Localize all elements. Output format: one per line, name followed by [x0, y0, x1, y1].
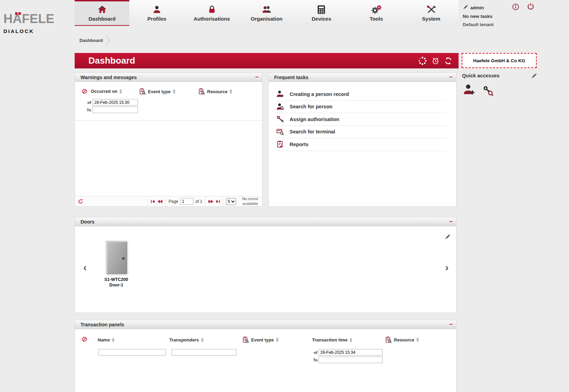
hafele-logo: HÄFELE DIALOCK: [3, 12, 76, 34]
alarm-clock-icon[interactable]: [431, 57, 440, 65]
task-create-person[interactable]: Creating a person record: [276, 88, 446, 101]
tab-label: Profiles: [148, 16, 167, 22]
clipboard-search-icon: [385, 336, 392, 343]
column-resource[interactable]: Resource: [198, 88, 232, 95]
task-label: Search for terminal: [290, 129, 335, 134]
tab-devices[interactable]: Devices: [294, 0, 349, 26]
sort-icon: [173, 89, 175, 94]
date-to-input[interactable]: [93, 107, 138, 113]
tasks-status[interactable]: No new tasks: [463, 14, 492, 19]
tab-label: System: [422, 16, 440, 22]
spinner-icon[interactable]: [418, 56, 427, 65]
column-event-type[interactable]: Event type: [139, 88, 175, 95]
calculator-icon: [317, 5, 325, 14]
next-page-icon[interactable]: [208, 199, 214, 204]
quick-access-title: Quick accesses: [462, 73, 500, 78]
tab-organisation[interactable]: Organisation: [239, 0, 294, 26]
reload-icon[interactable]: [78, 199, 83, 204]
gears-icon: [371, 5, 382, 14]
door-image: [106, 241, 127, 274]
tab-label: Organisation: [251, 16, 283, 22]
page-banner: Dashboard: [75, 53, 459, 68]
sort-icon: [112, 338, 115, 342]
tenant-selector[interactable]: Haefele GmbH & Co KG: [462, 53, 537, 68]
breadcrumb-item-dashboard[interactable]: Dashboard: [79, 38, 103, 43]
transactions-panel-body: Name Transponders Event type Transaction…: [75, 329, 456, 392]
door-name-line2: Door-1: [96, 283, 137, 288]
username: admin: [470, 5, 484, 10]
date-from-input[interactable]: [93, 99, 138, 106]
warnings-panel-header: Warnings and messages: [75, 73, 262, 82]
column-resource[interactable]: Resource: [385, 336, 419, 343]
column-name[interactable]: Name: [98, 337, 115, 342]
first-page-icon[interactable]: [151, 199, 155, 204]
edit-user-pencil-icon[interactable]: [463, 4, 468, 10]
clipboard-search-icon: [139, 88, 146, 95]
tab-authorisations[interactable]: Authorisations: [184, 0, 239, 26]
transaction-date-to-input[interactable]: [319, 357, 383, 363]
page-label: Page: [169, 199, 178, 204]
warnings-collapse-button[interactable]: [255, 74, 259, 80]
person-add-icon: [276, 90, 284, 98]
transactions-panel-title: Transaction panels: [80, 322, 124, 327]
column-label: Occurred on: [91, 89, 117, 94]
last-page-icon[interactable]: [216, 199, 220, 204]
column-event-type[interactable]: Event type: [242, 336, 279, 343]
transaction-date-from-input[interactable]: [319, 349, 383, 356]
tab-tools[interactable]: Tools: [349, 0, 404, 26]
transponders-filter-input[interactable]: [171, 349, 237, 356]
page-of-label: of 1: [195, 199, 202, 204]
quick-person-add-icon[interactable]: [463, 84, 475, 96]
doors-panel-header: Doors: [75, 217, 456, 226]
sort-icon: [201, 338, 204, 342]
power-icon[interactable]: [527, 3, 534, 10]
page-input[interactable]: [180, 198, 193, 205]
task-search-terminal[interactable]: Search for terminal: [276, 126, 446, 139]
name-filter-input[interactable]: [98, 349, 166, 356]
breadcrumb: Dashboard: [79, 36, 111, 45]
transactions-collapse-button[interactable]: [449, 322, 453, 327]
date-from-label: of: [314, 350, 318, 355]
transactions-panel: Transaction panels Name Transponders Eve…: [75, 320, 457, 392]
doors-panel-title: Doors: [80, 219, 94, 225]
doors-scroll-left[interactable]: [83, 262, 87, 273]
task-search-person[interactable]: Search for person: [276, 101, 446, 113]
dialock-wordmark: DIALOCK: [3, 28, 76, 34]
refresh-icon[interactable]: [444, 57, 452, 65]
quick-access-edit-pencil-icon[interactable]: [531, 73, 537, 79]
prev-page-icon[interactable]: [157, 199, 163, 204]
organisation-icon: [262, 5, 271, 14]
column-transponders[interactable]: Transponders: [169, 337, 204, 342]
sort-icon: [350, 338, 352, 342]
quick-key-search-icon[interactable]: [482, 85, 494, 96]
breadcrumb-chevron-icon: [106, 36, 111, 45]
lock-icon: [207, 5, 216, 14]
task-reports[interactable]: Reports: [276, 138, 446, 151]
doors-scroll-right[interactable]: [445, 262, 449, 273]
tab-system[interactable]: System: [404, 0, 459, 26]
page-size-select[interactable]: 5: [226, 198, 236, 205]
tab-dashboard[interactable]: Dashboard: [75, 0, 129, 26]
umlaut-dot-left: [15, 12, 18, 15]
task-label: Reports: [290, 142, 309, 147]
tab-profiles[interactable]: Profiles: [129, 0, 184, 26]
frequent-tasks-title: Frequent tasks: [274, 75, 309, 80]
column-transaction-time[interactable]: Transaction time: [312, 337, 352, 342]
frequent-tasks-collapse-button[interactable]: [449, 74, 453, 80]
tab-label: Dashboard: [89, 16, 116, 22]
doors-collapse-button[interactable]: [449, 219, 453, 225]
column-occurred-on[interactable]: Occurred on: [91, 89, 122, 94]
empty-result-text: No event available: [239, 197, 262, 206]
app-root: HÄFELE DIALOCK Dashboard Profiles Author…: [0, 0, 569, 392]
task-assign-authorisation[interactable]: Assign authorisation: [276, 113, 446, 126]
door-item[interactable]: S1-WTC200 Door-1: [96, 241, 137, 288]
tenant-label: Default tenant: [463, 22, 494, 27]
doors-edit-pencil-icon[interactable]: [444, 234, 451, 240]
sort-icon: [416, 338, 419, 342]
task-label: Search for person: [290, 104, 332, 109]
sort-icon: [119, 89, 122, 94]
column-label: Event type: [148, 89, 171, 94]
info-icon[interactable]: [512, 3, 519, 10]
door-name-line1: S1-WTC200: [96, 277, 137, 283]
person-search-icon: [276, 103, 284, 111]
